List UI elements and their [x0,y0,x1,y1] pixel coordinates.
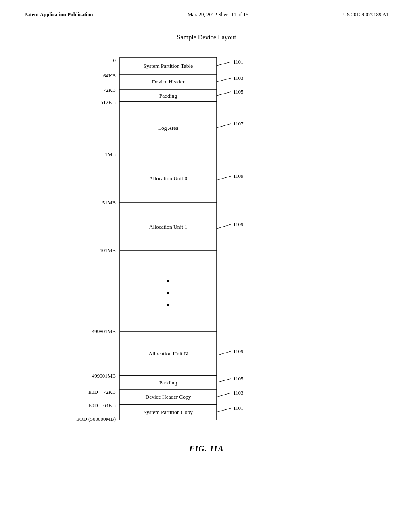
label-512kb: 512KB [100,99,116,105]
box-device-header-label: Device Header [152,79,185,85]
box-alloc-unit-n-label: Allocation Unit N [148,351,188,357]
box-alloc-unit-0-label: Allocation Unit 0 [149,175,188,181]
label-51mb: 51MB [102,200,116,206]
label-0: 0 [113,57,116,63]
label-e0d64kb: E0D – 64KB [88,402,116,408]
ref-1103-top: 1103 [233,75,244,81]
box-alloc-unit-1-label: Allocation Unit 1 [149,224,188,230]
ref-1109-1: 1109 [233,221,244,227]
label-e0d72kb: E0D – 72KB [88,389,116,395]
arrow-1109-1 [217,224,231,229]
ref-1105-bottom: 1105 [233,376,244,382]
arrow-1109-0 [217,176,231,180]
ref-1109-0: 1109 [233,173,244,179]
label-64kb: 64KB [103,73,116,79]
box-device-header-copy-label: Device Header Copy [145,394,191,400]
diagram-title: Sample Device Layout [177,34,236,41]
arrow-1103-top [217,78,231,82]
box-system-partition-copy-label: System Partition Copy [144,409,193,415]
arrow-1105-bottom [217,379,231,382]
figure-caption: FIG. 11A [189,444,224,453]
box-log-area-label: Log Area [158,125,179,131]
ref-1101-top: 1101 [233,59,244,65]
dot-2 [167,292,169,294]
dot-1 [167,280,169,282]
arrow-1103-bottom [217,393,231,397]
ref-1101-bottom: 1101 [233,405,244,411]
ref-1105-top: 1105 [233,89,244,95]
page-header: Patent Application Publication Mar. 29, … [0,0,413,22]
arrow-1101-bottom [217,408,231,412]
label-1mb: 1MB [105,151,116,157]
label-eod: EOD (500000MB) [76,416,116,422]
arrow-1107 [217,124,231,128]
ref-1107: 1107 [233,121,244,127]
label-72kb: 72KB [103,87,116,93]
ref-1103-bottom: 1103 [233,390,244,396]
label-499901mb: 499901MB [92,373,116,379]
box-padding-top-label: Padding [159,93,177,99]
dot-3 [167,304,169,306]
header-center: Mar. 29, 2012 Sheet 11 of 15 [188,11,248,18]
label-499801mb: 499801MB [92,328,116,335]
main-content: Sample Device Layout 0 64KB 72KB 512KB 1… [0,22,413,453]
ref-1109-n: 1109 [233,348,244,354]
arrow-1105-top [217,92,231,96]
header-right: US 2012/0079189 A1 [343,11,389,18]
diagram-svg: 0 64KB 72KB 512KB 1MB 51MB 101MB 499801M… [69,53,344,424]
arrow-1101-top [217,62,231,66]
arrow-1109-n [217,351,231,355]
label-101mb: 101MB [100,247,116,254]
box-padding-bottom-label: Padding [159,380,177,386]
header-left: Patent Application Publication [24,11,93,18]
box-system-partition-table-label: System Partition Table [144,63,193,69]
